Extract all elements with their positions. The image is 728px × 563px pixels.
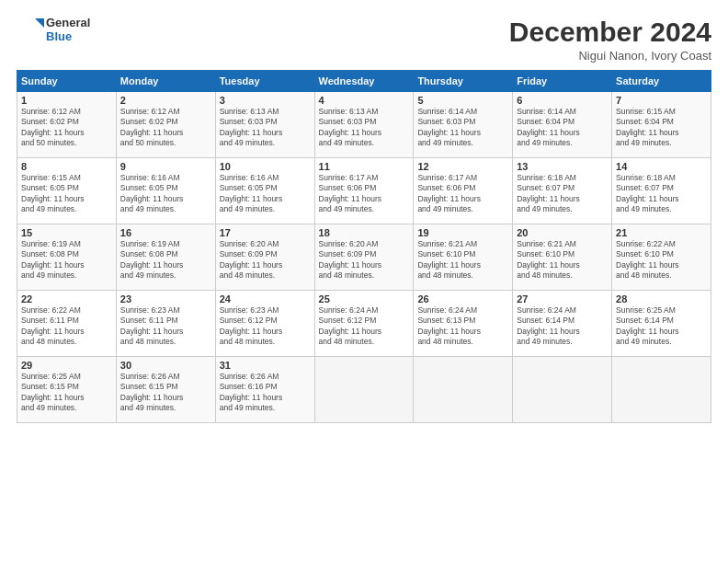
calendar-week-row: 29Sunrise: 6:25 AM Sunset: 6:15 PM Dayli… <box>17 357 711 423</box>
logo-bird-icon <box>17 17 44 44</box>
weekday-header-wednesday: Wednesday <box>314 71 414 92</box>
day-number: 15 <box>21 227 112 238</box>
weekday-header-row: SundayMondayTuesdayWednesdayThursdayFrid… <box>17 71 711 92</box>
calendar-empty-cell <box>314 357 414 423</box>
day-info: Sunrise: 6:24 AM Sunset: 6:12 PM Dayligh… <box>319 305 410 348</box>
day-info: Sunrise: 6:18 AM Sunset: 6:07 PM Dayligh… <box>517 173 608 215</box>
day-info: Sunrise: 6:24 AM Sunset: 6:13 PM Dayligh… <box>417 305 508 348</box>
day-info: Sunrise: 6:24 AM Sunset: 6:14 PM Dayligh… <box>517 305 608 348</box>
day-info: Sunrise: 6:17 AM Sunset: 6:06 PM Dayligh… <box>417 173 508 215</box>
calendar-day-cell: 27Sunrise: 6:24 AM Sunset: 6:14 PM Dayli… <box>513 291 612 357</box>
day-info: Sunrise: 6:17 AM Sunset: 6:06 PM Dayligh… <box>319 173 410 215</box>
title-area: December 2024 Nigui Nanon, Ivory Coast <box>509 17 711 63</box>
day-number: 2 <box>120 95 211 106</box>
day-number: 31 <box>220 360 311 371</box>
calendar-day-cell: 20Sunrise: 6:21 AM Sunset: 6:10 PM Dayli… <box>513 224 612 291</box>
day-info: Sunrise: 6:12 AM Sunset: 6:02 PM Dayligh… <box>120 107 211 149</box>
logo-text-line1: General <box>46 17 90 30</box>
calendar-day-cell: 11Sunrise: 6:17 AM Sunset: 6:06 PM Dayli… <box>314 158 414 224</box>
day-number: 6 <box>517 95 608 106</box>
day-info: Sunrise: 6:13 AM Sunset: 6:03 PM Dayligh… <box>319 107 410 149</box>
weekday-header-thursday: Thursday <box>414 71 513 92</box>
calendar-day-cell: 26Sunrise: 6:24 AM Sunset: 6:13 PM Dayli… <box>414 291 513 357</box>
calendar-day-cell: 14Sunrise: 6:18 AM Sunset: 6:07 PM Dayli… <box>612 158 711 224</box>
day-info: Sunrise: 6:18 AM Sunset: 6:07 PM Dayligh… <box>616 173 707 215</box>
day-number: 26 <box>417 293 508 304</box>
day-info: Sunrise: 6:23 AM Sunset: 6:11 PM Dayligh… <box>120 305 211 348</box>
calendar-day-cell: 9Sunrise: 6:16 AM Sunset: 6:05 PM Daylig… <box>116 158 215 224</box>
main-title: December 2024 <box>509 17 711 47</box>
calendar-day-cell: 19Sunrise: 6:21 AM Sunset: 6:10 PM Dayli… <box>414 224 513 291</box>
day-number: 28 <box>616 293 707 304</box>
day-info: Sunrise: 6:26 AM Sunset: 6:15 PM Dayligh… <box>120 372 211 414</box>
calendar-day-cell: 28Sunrise: 6:25 AM Sunset: 6:14 PM Dayli… <box>612 291 711 357</box>
day-info: Sunrise: 6:20 AM Sunset: 6:09 PM Dayligh… <box>319 239 410 282</box>
day-number: 8 <box>21 161 112 172</box>
weekday-header-saturday: Saturday <box>612 71 711 92</box>
day-number: 21 <box>616 227 707 238</box>
day-number: 27 <box>517 293 608 304</box>
day-number: 11 <box>319 161 410 172</box>
day-info: Sunrise: 6:15 AM Sunset: 6:04 PM Dayligh… <box>616 107 707 149</box>
day-number: 29 <box>21 360 112 371</box>
calendar-day-cell: 7Sunrise: 6:15 AM Sunset: 6:04 PM Daylig… <box>612 92 711 158</box>
calendar-day-cell: 18Sunrise: 6:20 AM Sunset: 6:09 PM Dayli… <box>314 224 414 291</box>
day-info: Sunrise: 6:21 AM Sunset: 6:10 PM Dayligh… <box>517 239 608 282</box>
calendar-day-cell: 30Sunrise: 6:26 AM Sunset: 6:15 PM Dayli… <box>116 357 215 423</box>
day-info: Sunrise: 6:20 AM Sunset: 6:09 PM Dayligh… <box>220 239 311 282</box>
weekday-header-monday: Monday <box>116 71 215 92</box>
calendar-day-cell: 25Sunrise: 6:24 AM Sunset: 6:12 PM Dayli… <box>314 291 414 357</box>
day-number: 7 <box>616 95 707 106</box>
calendar-table: SundayMondayTuesdayWednesdayThursdayFrid… <box>17 70 711 423</box>
svg-marker-0 <box>35 18 44 28</box>
logo: General Blue <box>17 17 90 44</box>
day-number: 13 <box>517 161 608 172</box>
weekday-header-tuesday: Tuesday <box>215 71 314 92</box>
calendar-day-cell: 22Sunrise: 6:22 AM Sunset: 6:11 PM Dayli… <box>17 291 117 357</box>
day-number: 19 <box>417 227 508 238</box>
calendar-day-cell: 17Sunrise: 6:20 AM Sunset: 6:09 PM Dayli… <box>215 224 314 291</box>
day-number: 5 <box>417 95 508 106</box>
calendar-day-cell: 4Sunrise: 6:13 AM Sunset: 6:03 PM Daylig… <box>314 92 414 158</box>
day-number: 10 <box>220 161 311 172</box>
day-info: Sunrise: 6:16 AM Sunset: 6:05 PM Dayligh… <box>220 173 311 215</box>
calendar-empty-cell <box>414 357 513 423</box>
calendar-week-row: 1Sunrise: 6:12 AM Sunset: 6:02 PM Daylig… <box>17 92 711 158</box>
day-info: Sunrise: 6:22 AM Sunset: 6:10 PM Dayligh… <box>616 239 707 282</box>
calendar-day-cell: 3Sunrise: 6:13 AM Sunset: 6:03 PM Daylig… <box>215 92 314 158</box>
day-number: 12 <box>417 161 508 172</box>
calendar-day-cell: 31Sunrise: 6:26 AM Sunset: 6:16 PM Dayli… <box>215 357 314 423</box>
calendar-week-row: 8Sunrise: 6:15 AM Sunset: 6:05 PM Daylig… <box>17 158 711 224</box>
calendar-day-cell: 23Sunrise: 6:23 AM Sunset: 6:11 PM Dayli… <box>116 291 215 357</box>
day-info: Sunrise: 6:12 AM Sunset: 6:02 PM Dayligh… <box>21 107 112 149</box>
day-info: Sunrise: 6:23 AM Sunset: 6:12 PM Dayligh… <box>220 305 311 348</box>
day-info: Sunrise: 6:14 AM Sunset: 6:04 PM Dayligh… <box>517 107 608 149</box>
calendar-day-cell: 12Sunrise: 6:17 AM Sunset: 6:06 PM Dayli… <box>414 158 513 224</box>
weekday-header-sunday: Sunday <box>17 71 117 92</box>
day-number: 25 <box>319 293 410 304</box>
day-number: 22 <box>21 293 112 304</box>
day-info: Sunrise: 6:13 AM Sunset: 6:03 PM Dayligh… <box>220 107 311 149</box>
calendar-day-cell: 8Sunrise: 6:15 AM Sunset: 6:05 PM Daylig… <box>17 158 117 224</box>
header: General Blue December 2024 Nigui Nanon, … <box>17 17 711 63</box>
calendar-week-row: 15Sunrise: 6:19 AM Sunset: 6:08 PM Dayli… <box>17 224 711 291</box>
calendar-day-cell: 10Sunrise: 6:16 AM Sunset: 6:05 PM Dayli… <box>215 158 314 224</box>
calendar-day-cell: 13Sunrise: 6:18 AM Sunset: 6:07 PM Dayli… <box>513 158 612 224</box>
calendar-day-cell: 1Sunrise: 6:12 AM Sunset: 6:02 PM Daylig… <box>17 92 117 158</box>
calendar-day-cell: 16Sunrise: 6:19 AM Sunset: 6:08 PM Dayli… <box>116 224 215 291</box>
day-number: 14 <box>616 161 707 172</box>
calendar-day-cell: 15Sunrise: 6:19 AM Sunset: 6:08 PM Dayli… <box>17 224 117 291</box>
day-number: 24 <box>220 293 311 304</box>
day-number: 9 <box>120 161 211 172</box>
day-number: 1 <box>21 95 112 106</box>
day-number: 17 <box>220 227 311 238</box>
day-info: Sunrise: 6:16 AM Sunset: 6:05 PM Dayligh… <box>120 173 211 215</box>
calendar-day-cell: 29Sunrise: 6:25 AM Sunset: 6:15 PM Dayli… <box>17 357 117 423</box>
day-number: 23 <box>120 293 211 304</box>
day-info: Sunrise: 6:26 AM Sunset: 6:16 PM Dayligh… <box>220 372 311 414</box>
calendar-day-cell: 5Sunrise: 6:14 AM Sunset: 6:03 PM Daylig… <box>414 92 513 158</box>
day-info: Sunrise: 6:15 AM Sunset: 6:05 PM Dayligh… <box>21 173 112 215</box>
weekday-header-friday: Friday <box>513 71 612 92</box>
day-info: Sunrise: 6:21 AM Sunset: 6:10 PM Dayligh… <box>417 239 508 282</box>
day-number: 30 <box>120 360 211 371</box>
